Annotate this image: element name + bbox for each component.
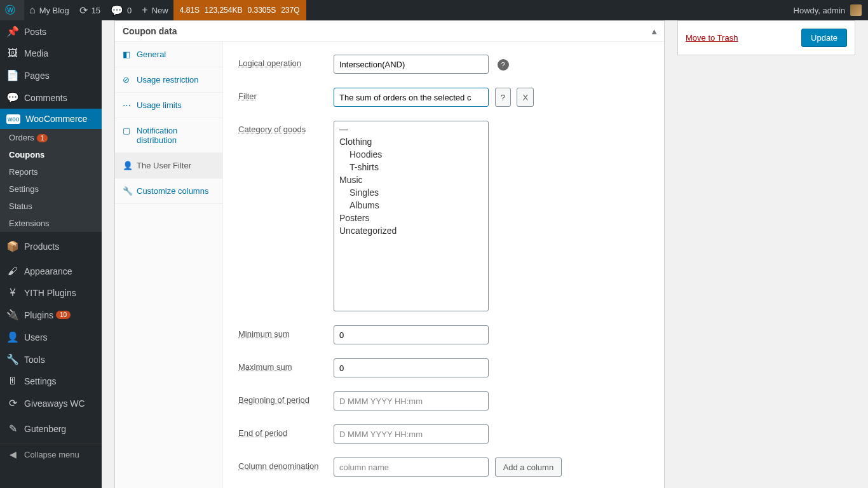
input-min-sum[interactable]	[334, 325, 489, 344]
subitem-orders[interactable]: Orders1	[0, 129, 102, 146]
sidebar-label: Tools	[24, 355, 45, 365]
tab-user-filter[interactable]: 👤The User Filter	[115, 153, 222, 179]
tab-general[interactable]: ◧General	[115, 42, 222, 67]
site-name-label: My Blog	[39, 6, 69, 15]
subitem-label: Extensions	[9, 219, 50, 228]
admin-bar-right[interactable]: Howdy, admin	[794, 4, 868, 16]
input-column-denom[interactable]	[334, 458, 489, 477]
category-option[interactable]: T-shirts	[334, 161, 488, 173]
help-icon[interactable]: ?	[498, 59, 509, 71]
category-option[interactable]: Posters	[334, 212, 488, 224]
sidebar-label: Appearance	[24, 266, 72, 276]
move-to-trash-link[interactable]: Move to Trash	[686, 33, 738, 43]
postbox-toggle[interactable]: ▴	[652, 26, 656, 36]
label-min-sum: Minimum sum	[238, 325, 334, 339]
content-area: Coupon data ▴ ◧General ⊘Usage restrictio…	[114, 20, 665, 475]
tab-usage-limits[interactable]: ⋯Usage limits	[115, 93, 222, 118]
category-option[interactable]: —	[334, 123, 488, 135]
sidebar-label: Giveaways WC	[24, 398, 85, 409]
gift-icon: ⟳	[6, 397, 19, 409]
perf-mem: 123,254KB	[205, 6, 242, 15]
new-label: New	[152, 6, 168, 15]
select-filter[interactable]: The sum of orders on the selected c	[334, 88, 489, 107]
sidebar-item-gutenberg[interactable]: ✎Gutenberg	[0, 417, 102, 440]
sidebar-item-comments[interactable]: 💬Comments	[0, 86, 102, 109]
sidebar-item-media[interactable]: 🖼Media	[0, 43, 102, 64]
sidebar-label: Plugins	[24, 310, 53, 320]
woo-icon: woo	[6, 114, 20, 124]
woo-submenu: Orders1 Coupons Reports Settings Status …	[0, 129, 102, 232]
category-multiselect[interactable]: —ClothingHoodiesT-shirtsMusicSinglesAlbu…	[334, 121, 489, 311]
sidebar-item-settings[interactable]: 🎚Settings	[0, 370, 102, 392]
sidebar-item-posts[interactable]: 📌Posts	[0, 20, 102, 43]
pencil-icon: ✎	[6, 423, 19, 435]
subitem-status[interactable]: Status	[0, 198, 102, 215]
category-option[interactable]: Clothing	[334, 135, 488, 148]
tab-label: Notification distribution	[137, 126, 215, 145]
ban-icon: ⊘	[123, 75, 132, 85]
comments-link[interactable]: 💬0	[105, 0, 137, 20]
input-end-period[interactable]	[334, 424, 489, 444]
tab-notification[interactable]: ▢Notification distribution	[115, 118, 222, 153]
sliders-icon: 🎚	[6, 376, 19, 387]
collapse-icon: ◀	[6, 449, 19, 459]
updates-link[interactable]: ⟳15	[74, 0, 105, 20]
input-max-sum[interactable]	[334, 358, 489, 377]
row-filter: Filter The sum of orders on the selected…	[238, 88, 649, 107]
postbox-title: Coupon data	[123, 26, 177, 36]
category-option[interactable]: Uncategorized	[334, 224, 488, 237]
brush-icon: 🖌	[6, 266, 19, 277]
limits-icon: ⋯	[123, 100, 132, 110]
tab-usage-restriction[interactable]: ⊘Usage restriction	[115, 67, 222, 93]
category-option[interactable]: Singles	[334, 186, 488, 199]
tab-label: General	[137, 50, 166, 59]
label-filter: Filter	[238, 88, 334, 101]
row-max-sum: Maximum sum	[238, 358, 649, 377]
wp-logo[interactable]: ⓦ	[0, 0, 24, 20]
sidebar-item-tools[interactable]: 🔧Tools	[0, 348, 102, 370]
sidebar-label: Media	[24, 48, 48, 58]
sidebar-item-products[interactable]: 📦Products	[0, 235, 102, 257]
new-link[interactable]: +New	[137, 0, 173, 20]
subitem-label: Status	[9, 201, 32, 211]
comment-icon: 💬	[6, 92, 19, 104]
sidebar-item-yith[interactable]: ¥YITH Plugins	[0, 282, 102, 304]
sidebar-item-appearance[interactable]: 🖌Appearance	[0, 261, 102, 282]
row-column-denom: Column denomination Add a column	[238, 458, 649, 477]
publish-box: Move to Trash Update	[677, 20, 855, 55]
subitem-settings[interactable]: Settings	[0, 180, 102, 198]
row-end-period: End of period	[238, 424, 649, 444]
perf-time2: 0.3305S	[247, 6, 276, 15]
input-begin-period[interactable]	[334, 391, 489, 410]
filter-remove-button[interactable]: X	[517, 88, 534, 107]
howdy-label: Howdy, admin	[794, 6, 845, 15]
category-option[interactable]: Albums	[334, 199, 488, 212]
sidebar-item-woocommerce[interactable]: wooWooCommerce	[0, 109, 102, 129]
filter-help-button[interactable]: ?	[495, 88, 511, 107]
sidebar-item-pages[interactable]: 📄Pages	[0, 64, 102, 86]
subitem-extensions[interactable]: Extensions	[0, 215, 102, 232]
sidebar-label: Settings	[24, 376, 57, 386]
collapse-menu[interactable]: ◀Collapse menu	[0, 444, 102, 464]
update-button[interactable]: Update	[801, 29, 847, 47]
perf-stats[interactable]: 4.81S 123,254KB 0.3305S 237Q	[173, 0, 306, 20]
comment-icon: 💬	[111, 4, 123, 17]
category-option[interactable]: Hoodies	[334, 148, 488, 161]
site-name[interactable]: ⌂My Blog	[24, 0, 74, 20]
category-option[interactable]: Music	[334, 173, 488, 186]
subitem-reports[interactable]: Reports	[0, 163, 102, 180]
yith-icon: ¥	[6, 287, 19, 299]
tab-label: Usage limits	[137, 100, 182, 110]
subitem-label: Reports	[9, 167, 38, 177]
select-logical-operation[interactable]: Intersection(AND)	[334, 55, 489, 74]
pin-icon: 📌	[6, 25, 19, 37]
subitem-label: Settings	[9, 184, 39, 194]
subitem-coupons[interactable]: Coupons	[0, 146, 102, 163]
sidebar-item-plugins[interactable]: 🔌Plugins10	[0, 304, 102, 326]
sidebar-item-users[interactable]: 👤Users	[0, 326, 102, 348]
sidebar-item-giveaways[interactable]: ⟳Giveaways WC	[0, 392, 102, 414]
sidebar-label: Comments	[24, 93, 67, 103]
tab-customize-columns[interactable]: 🔧Customize columns	[115, 179, 222, 204]
add-column-button[interactable]: Add a column	[495, 458, 562, 477]
tab-label: Customize columns	[137, 186, 208, 196]
